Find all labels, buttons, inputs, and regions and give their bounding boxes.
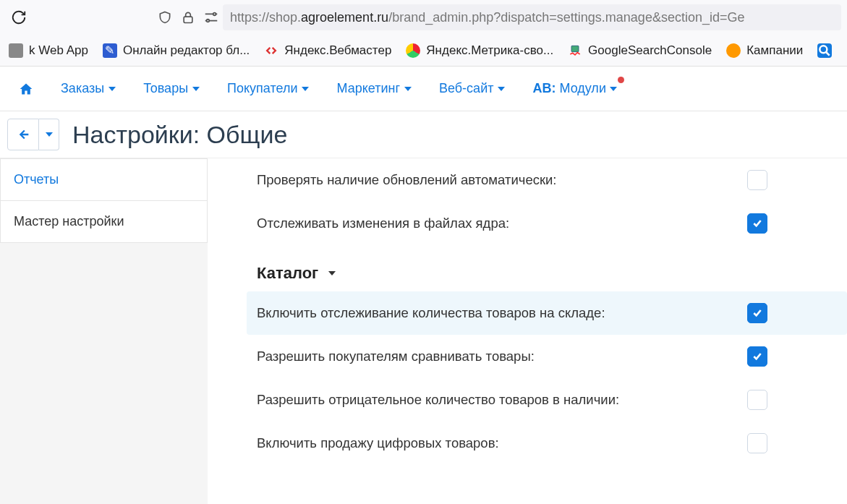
bookmarks-bar: k Web App ✎ Онлайн редактор бл... Яндекс… <box>0 35 847 67</box>
refresh-icon[interactable] <box>6 4 32 30</box>
bookmark-item[interactable]: Яндекс.Вебмастер <box>258 40 397 61</box>
bookmark-label: k Web App <box>29 43 88 58</box>
checkbox-track-core[interactable] <box>747 213 767 234</box>
setting-inventory: Включить отслеживание количества товаров… <box>247 291 847 335</box>
setting-digital: Включить продажу цифровых товаров: <box>247 422 847 465</box>
setting-track-core: Отслеживать изменения в файлах ядра: <box>247 202 847 245</box>
chevron-down-icon <box>108 87 116 91</box>
checkbox-digital[interactable] <box>747 433 767 453</box>
main-area: Отчеты Мастер настройки Проверять наличи… <box>0 158 847 504</box>
setting-compare: Разрешить покупателям сравнивать товары: <box>247 335 847 378</box>
page-title-row: Настройки: Общие <box>0 111 847 158</box>
chevron-down-icon <box>192 87 200 91</box>
sidebar-item-wizard[interactable]: Мастер настройки <box>0 201 208 243</box>
url-protocol: https://shop. <box>230 10 301 25</box>
bookmark-item[interactable]: ✎ Онлайн редактор бл... <box>97 40 255 61</box>
bookmark-icon <box>9 43 23 58</box>
nav-website[interactable]: Веб-сайт <box>439 81 505 96</box>
home-icon[interactable] <box>19 82 33 96</box>
bookmark-label: Яндекс.Метрика-сво... <box>426 43 553 58</box>
search-icon <box>817 43 832 58</box>
page-title: Настройки: Общие <box>72 121 287 149</box>
bookmark-item[interactable]: Яндекс.Метрика-сво... <box>400 40 559 61</box>
browser-address-bar: https://shop.agroelement.ru/brand_admin.… <box>0 0 847 35</box>
sidebar-item-label: Мастер настройки <box>14 214 124 228</box>
setting-label: Включить отслеживание количества товаров… <box>257 305 605 321</box>
setting-update-auto: Проверять наличие обновлений автоматичес… <box>247 158 847 202</box>
shield-icon[interactable] <box>153 6 176 29</box>
bookmark-label: Кампании <box>746 43 803 58</box>
nav-customers[interactable]: Покупатели <box>227 81 309 96</box>
setting-label: Проверять наличие обновлений автоматичес… <box>257 172 557 188</box>
setting-label: Разрешить отрицательное количество товар… <box>257 392 619 408</box>
bookmark-label: Онлайн редактор бл... <box>123 43 250 58</box>
svg-rect-3 <box>571 46 579 51</box>
chevron-down-icon <box>498 87 505 91</box>
setting-label: Разрешить покупателям сравнивать товары: <box>257 349 535 364</box>
nav-orders[interactable]: Заказы <box>61 81 116 96</box>
bookmark-icon: ✎ <box>103 43 117 58</box>
url-path: /brand_admin.php?dispatch=settings.manag… <box>388 10 744 25</box>
url-domain: agroelement.ru <box>301 10 388 25</box>
setting-negative: Разрешить отрицательное количество товар… <box>247 378 847 422</box>
chevron-down-icon <box>302 87 309 91</box>
sidebar-item-reports[interactable]: Отчеты <box>0 158 208 201</box>
site-permissions-icon[interactable] <box>200 6 223 29</box>
svg-point-1 <box>213 13 216 16</box>
bookmark-label: GoogleSearchConsole <box>588 43 712 58</box>
svg-rect-0 <box>184 17 192 22</box>
chevron-down-icon <box>328 271 336 276</box>
chevron-down-icon <box>610 87 617 91</box>
nav-marketing[interactable]: Маркетинг <box>336 81 412 96</box>
setting-label: Включить продажу цифровых товаров: <box>257 435 499 451</box>
admin-topnav: Заказы Товары Покупатели Маркетинг Веб-с… <box>0 67 847 111</box>
lock-icon[interactable] <box>176 6 200 29</box>
nav-products[interactable]: Товары <box>143 81 200 96</box>
checkbox-negative[interactable] <box>747 390 767 410</box>
bookmark-icon <box>568 43 582 58</box>
bookmark-label: Яндекс.Вебмастер <box>284 43 391 58</box>
url-input[interactable]: https://shop.agroelement.ru/brand_admin.… <box>223 4 841 30</box>
bookmark-icon <box>726 43 741 58</box>
bookmark-search[interactable] <box>812 40 838 61</box>
setting-label: Отслеживать изменения в файлах ядра: <box>257 215 509 231</box>
chevron-down-icon <box>404 87 412 91</box>
section-title: Каталог <box>257 264 318 283</box>
chevron-down-icon <box>46 132 53 137</box>
checkbox-inventory[interactable] <box>747 303 767 323</box>
back-dropdown[interactable] <box>39 119 59 150</box>
checkbox-update-auto[interactable] <box>747 170 767 190</box>
checkbox-compare[interactable] <box>747 346 767 367</box>
nav-ab-modules[interactable]: AB: Модули <box>532 81 617 96</box>
bookmark-icon <box>264 43 278 58</box>
svg-point-4 <box>820 46 827 53</box>
section-header-catalog[interactable]: Каталог <box>247 245 847 291</box>
back-button[interactable] <box>7 119 39 150</box>
notification-dot-icon <box>618 77 624 83</box>
sidebar: Отчеты Мастер настройки <box>0 158 208 504</box>
bookmark-item[interactable]: GoogleSearchConsole <box>562 40 718 61</box>
sidebar-item-label: Отчеты <box>14 172 59 187</box>
bookmark-icon <box>406 43 420 58</box>
svg-point-2 <box>207 20 210 22</box>
settings-content: Проверять наличие обновлений автоматичес… <box>208 158 847 504</box>
bookmark-item[interactable]: k Web App <box>3 40 94 61</box>
bookmark-item[interactable]: Кампании <box>720 40 809 61</box>
